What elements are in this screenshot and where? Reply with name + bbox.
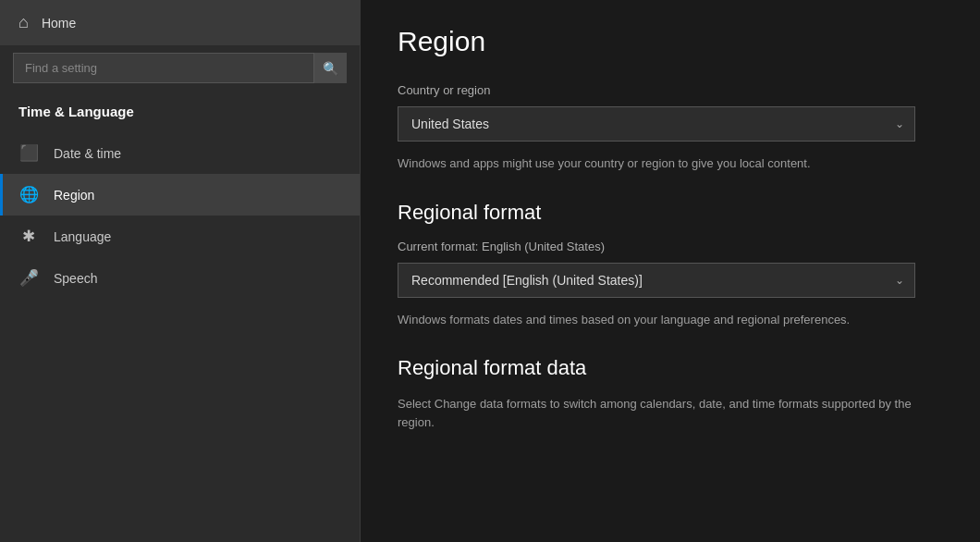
search-input[interactable] — [13, 53, 347, 83]
sidebar-item-label-region: Region — [54, 188, 94, 203]
page-title: Region — [398, 26, 943, 57]
sidebar-item-date-time[interactable]: ⬛ Date & time — [0, 132, 360, 174]
regional-format-data-description: Select Change data formats to switch amo… — [398, 395, 915, 431]
region-icon: 🌐 — [18, 185, 39, 204]
sidebar-item-language[interactable]: ✱ Language — [0, 216, 360, 257]
format-dropdown-wrapper: Recommended [English (United States)] ⌄ — [398, 263, 915, 298]
speech-icon: 🎤 — [18, 268, 39, 288]
country-description: Windows and apps might use your country … — [398, 154, 915, 173]
sidebar-item-label-language: Language — [54, 229, 111, 244]
format-description: Windows formats dates and times based on… — [398, 311, 915, 329]
language-icon: ✱ — [18, 227, 39, 246]
sidebar-item-label-date-time: Date & time — [54, 146, 121, 161]
sidebar-item-label-speech: Speech — [54, 271, 97, 286]
regional-format-data-heading: Regional format data — [398, 356, 943, 380]
country-dropdown[interactable]: United States — [398, 106, 915, 142]
section-title: Time & Language — [0, 94, 360, 132]
format-dropdown[interactable]: Recommended [English (United States)] — [398, 263, 915, 298]
sidebar-home-button[interactable]: ⌂ Home — [0, 0, 360, 45]
sidebar: ⌂ Home 🔍 Time & Language ⬛ Date & time 🌐… — [0, 0, 361, 542]
country-section-label: Country or region — [398, 83, 943, 97]
date-time-icon: ⬛ — [18, 143, 39, 163]
sidebar-item-speech[interactable]: 🎤 Speech — [0, 257, 360, 299]
regional-format-heading: Regional format — [398, 201, 943, 225]
home-icon: ⌂ — [18, 13, 29, 32]
home-label: Home — [42, 16, 76, 31]
search-icon: 🔍 — [323, 61, 338, 76]
search-button[interactable]: 🔍 — [313, 53, 347, 83]
sidebar-item-region[interactable]: 🌐 Region — [0, 174, 360, 216]
current-format-label: Current format: English (United States) — [398, 240, 943, 253]
search-container: 🔍 — [13, 53, 347, 83]
country-dropdown-wrapper: United States ⌄ — [398, 106, 915, 142]
main-content: Region Country or region United States ⌄… — [361, 0, 980, 542]
